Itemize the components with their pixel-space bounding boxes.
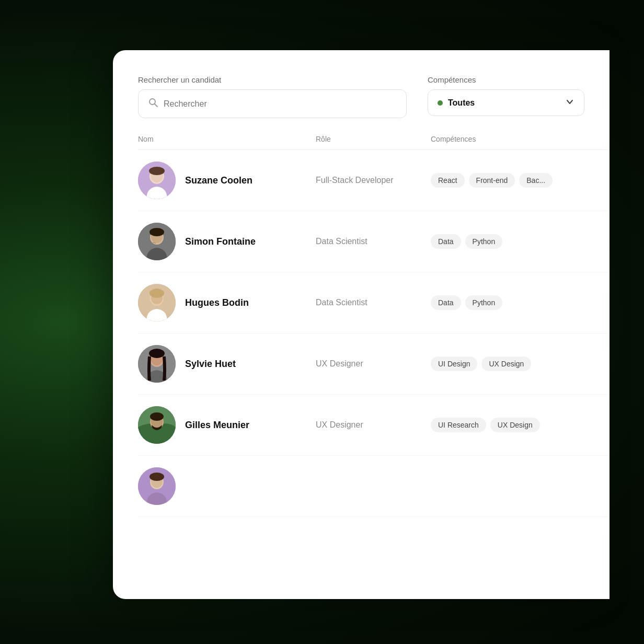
candidate-info xyxy=(138,467,316,505)
table-row[interactable]: Suzane Coolen Full-Stack Developer React… xyxy=(138,150,610,211)
svg-point-21 xyxy=(150,412,164,421)
search-input[interactable] xyxy=(164,99,397,109)
competences-dropdown[interactable]: Toutes xyxy=(428,89,584,116)
skill-badge: UX Design xyxy=(490,418,540,432)
skills-cell: Data Python xyxy=(431,234,610,249)
avatar xyxy=(138,162,176,199)
candidate-info: Suzane Coolen xyxy=(138,162,316,199)
table-body: Suzane Coolen Full-Stack Developer React… xyxy=(138,150,610,517)
skill-badge: Data xyxy=(431,295,461,310)
svg-point-13 xyxy=(150,289,164,298)
candidate-role: Full-Stack Developer xyxy=(316,176,431,185)
skill-badge: Bac... xyxy=(519,173,553,188)
skill-badge: React xyxy=(431,173,465,188)
chevron-down-icon xyxy=(565,97,574,108)
svg-line-1 xyxy=(155,104,157,107)
search-icon xyxy=(148,97,158,110)
candidate-role: Data Scientist xyxy=(316,237,431,246)
svg-point-0 xyxy=(150,99,155,105)
skills-cell: UI Design UX Design xyxy=(431,356,610,371)
skills-cell: Data Python xyxy=(431,295,610,310)
col-header-nom: Nom xyxy=(138,135,316,143)
search-label: Rechercher un candidat xyxy=(138,75,407,84)
avatar xyxy=(138,467,176,505)
skill-badge: UI Design xyxy=(431,356,477,371)
svg-point-5 xyxy=(149,167,165,175)
candidate-info: Hugues Bodin xyxy=(138,284,316,321)
candidate-role: UX Designer xyxy=(316,359,431,369)
svg-point-25 xyxy=(150,473,164,481)
dropdown-selected-value: Toutes xyxy=(448,98,560,108)
candidate-role: UX Designer xyxy=(316,420,431,430)
table-row[interactable]: Hugues Bodin Data Scientist Data Python xyxy=(138,272,610,334)
avatar xyxy=(138,223,176,260)
skill-badge: Front-end xyxy=(469,173,515,188)
candidate-info: Sylvie Huet xyxy=(138,345,316,383)
competences-label: Compétences xyxy=(428,75,584,84)
table-row[interactable] xyxy=(138,456,610,517)
col-header-competences: Compétences xyxy=(431,135,584,143)
skill-badge: Data xyxy=(431,234,461,249)
table-row[interactable]: Simon Fontaine Data Scientist Data Pytho… xyxy=(138,211,610,272)
skill-badge: UX Design xyxy=(481,356,531,371)
skills-cell: React Front-end Bac... xyxy=(431,173,610,188)
avatar xyxy=(138,284,176,321)
col-header-role: Rôle xyxy=(316,135,431,143)
candidate-info: Gilles Meunier xyxy=(138,406,316,444)
candidate-name: Suzane Coolen xyxy=(185,175,252,186)
candidate-role: Data Scientist xyxy=(316,298,431,307)
candidate-name: Hugues Bodin xyxy=(185,297,249,308)
skill-badge: Python xyxy=(465,234,503,249)
green-dot-icon xyxy=(438,100,443,106)
competences-section: Compétences Toutes xyxy=(428,75,584,116)
skill-badge: UI Research xyxy=(431,418,486,432)
skill-badge: Python xyxy=(465,295,503,310)
search-section: Rechercher un candidat xyxy=(138,75,407,118)
table-row[interactable]: Sylvie Huet UX Designer UI Design UX Des… xyxy=(138,334,610,395)
header-section: Rechercher un candidat Compétences xyxy=(138,75,610,118)
candidate-name: Sylvie Huet xyxy=(185,359,236,370)
candidate-name: Simon Fontaine xyxy=(185,236,256,247)
svg-point-9 xyxy=(150,228,164,236)
avatar xyxy=(138,345,176,383)
svg-point-17 xyxy=(149,349,165,358)
candidate-name: Gilles Meunier xyxy=(185,420,249,431)
table-row[interactable]: Gilles Meunier UX Designer UI Research U… xyxy=(138,395,610,456)
skills-cell: UI Research UX Design xyxy=(431,418,610,432)
search-input-wrapper[interactable] xyxy=(138,89,407,118)
table-header: Nom Rôle Compétences xyxy=(138,135,610,150)
avatar xyxy=(138,406,176,444)
main-card: Rechercher un candidat Compétences xyxy=(113,50,610,599)
candidate-info: Simon Fontaine xyxy=(138,223,316,260)
